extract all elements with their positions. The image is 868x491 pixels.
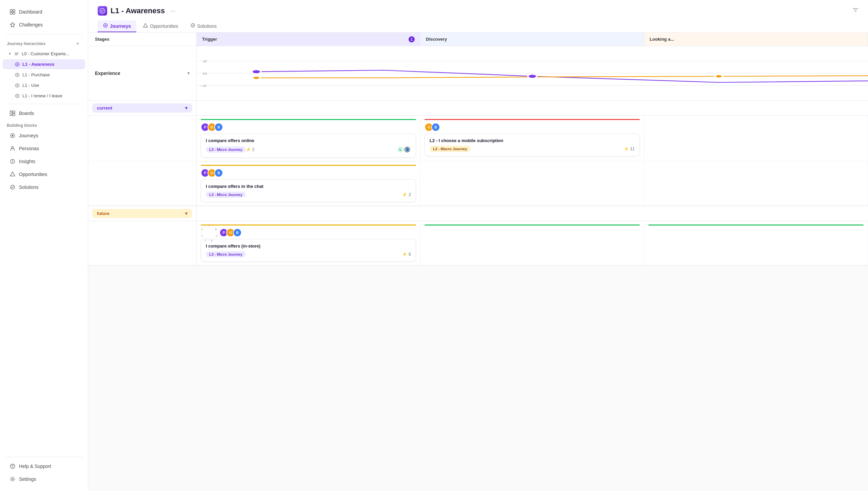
current-state-dropdown[interactable]: current ▾ (92, 103, 192, 113)
row-cells: P O B I compare offers online (197, 116, 868, 161)
tree-item-l1-purchase[interactable]: L1 - Purchase (3, 70, 85, 80)
sidebar-item-personas[interactable]: Personas (3, 142, 85, 155)
bar-yellow (201, 165, 416, 166)
tab-journeys[interactable]: Journeys (98, 20, 136, 32)
tab-solutions[interactable]: Solutions (185, 20, 222, 32)
svg-rect-9 (13, 111, 15, 113)
journey-icon (15, 83, 20, 88)
stages-label: Stages (88, 33, 197, 46)
more-options-button[interactable]: ··· (168, 6, 178, 16)
svg-point-50 (215, 229, 217, 230)
svg-text:0: 0 (203, 71, 207, 75)
card-wrapper: P O B (201, 169, 416, 177)
insights-number: 11 (630, 146, 635, 151)
tree-item-label: L1 - Awareness (22, 62, 55, 67)
journey-card-choose-subscription[interactable]: L2 - I choose a mobile subscription L2 -… (425, 134, 640, 156)
svg-point-43 (202, 169, 204, 171)
tree-item-label: L1 - I renew / I leave (22, 93, 62, 98)
sidebar-item-solutions[interactable]: Solutions (3, 181, 85, 193)
experience-chart: 2 0 -2 (197, 46, 868, 100)
page-title: L1 - Awareness (111, 6, 165, 15)
svg-point-31 (253, 76, 260, 79)
card-title: I compare offers online (206, 138, 411, 143)
svg-point-53 (204, 240, 206, 241)
card-header: L2 - I choose a mobile subscription (430, 138, 635, 143)
insights-count: ⚡ 6 (402, 252, 411, 257)
svg-point-12 (12, 135, 14, 137)
sidebar-item-dashboard[interactable]: Dashboard (3, 6, 85, 18)
chevron-down-icon: ▾ (185, 105, 188, 111)
sidebar-item-label: Insights (19, 159, 35, 164)
tree-item-l1-renew[interactable]: L1 - I renew / I leave (3, 91, 85, 101)
current-section: current ▾ (88, 101, 868, 206)
journey-badge: L3 - Micro Journey (206, 192, 246, 198)
main-content: L1 - Awareness ··· Journeys (88, 0, 868, 491)
tree-item-l0[interactable]: ▼ L0 - Customer Experie... (3, 49, 85, 59)
state-label-cell: future ▾ (88, 206, 197, 221)
insights-number: 2 (409, 192, 411, 197)
journeys-tab-icon (103, 23, 108, 29)
svg-point-5 (17, 74, 18, 76)
trigger-cell: P O B I compare offers (in-store) (197, 221, 420, 265)
journeys-icon (9, 133, 16, 139)
sidebar-item-boards[interactable]: Boards (3, 107, 85, 119)
journey-card-compare-online[interactable]: I compare offers online L3 - Micro Journ… (201, 134, 416, 158)
bar-red (425, 119, 640, 120)
svg-rect-0 (10, 9, 12, 12)
trigger-cell: P O B I compare offers online (197, 116, 420, 161)
avatars-row: P O B (201, 169, 416, 177)
scatter-dots (199, 164, 218, 182)
journey-card-compare-chat[interactable]: I compare offers in the chat L3 - Micro … (201, 179, 416, 202)
journey-icon (15, 73, 20, 77)
stages-header-row: Stages Trigger 1 Discovery Looking a... (88, 33, 868, 46)
row-cells: P O B I compare offers (in-store) (197, 221, 868, 265)
chevron-icon: ▾ (188, 71, 190, 76)
sidebar-item-opportunities[interactable]: Opportunities (3, 168, 85, 180)
current-section-header: current ▾ (88, 101, 868, 116)
discovery-cell (420, 161, 644, 205)
bolt-icon: ⚡ (246, 147, 251, 152)
svg-point-48 (202, 225, 217, 240)
tree-item-l1-awareness[interactable]: L1 - Awareness (3, 59, 85, 69)
add-hierarchy-button[interactable]: + (74, 40, 81, 47)
trigger-cell: P O B I compare offers in the chat (197, 161, 420, 205)
filter-button[interactable] (852, 7, 859, 15)
sidebar-item-help[interactable]: Help & Support (3, 460, 85, 472)
journey-hierarchies-header: Journey hierarchies + (0, 37, 88, 48)
tree-item-label: L1 - Purchase (22, 72, 50, 77)
svg-rect-3 (13, 12, 15, 14)
svg-point-33 (715, 75, 723, 78)
stage-looking-label: Looking a... (650, 37, 674, 42)
svg-point-52 (211, 240, 213, 241)
sidebar-boards-label: Boards (19, 111, 34, 116)
journey-hierarchy-icon (14, 52, 19, 56)
card-wrapper: P O B (201, 123, 416, 132)
stage-trigger-label: Trigger (202, 37, 217, 42)
card-wrapper: P O B (201, 228, 416, 237)
sidebar-item-journeys[interactable]: Journeys (3, 130, 85, 142)
svg-point-13 (12, 146, 14, 149)
boards-icon (9, 110, 16, 116)
journey-row: P O B I compare offers (in-store) (88, 221, 868, 266)
future-state-dropdown[interactable]: future ▾ (92, 209, 192, 218)
svg-point-55 (201, 229, 202, 230)
sidebar-item-settings[interactable]: Settings (3, 473, 85, 485)
sidebar-item-insights[interactable]: Insights (3, 155, 85, 168)
solutions-icon (9, 184, 16, 190)
stage-looking: Looking a... (644, 33, 868, 46)
svg-point-49 (209, 224, 210, 226)
sidebar-item-label: Help & Support (19, 464, 51, 469)
journey-icon (15, 62, 20, 67)
svg-rect-1 (13, 9, 15, 12)
sidebar-item-challenges[interactable]: Challenges (3, 19, 85, 31)
svg-rect-8 (10, 111, 12, 116)
tab-opportunities[interactable]: Opportunities (138, 20, 183, 32)
avatar-group: P O B (219, 228, 242, 237)
tree-item-l1-use[interactable]: L1 - Use (3, 80, 85, 90)
svg-point-40 (429, 121, 430, 122)
svg-rect-2 (10, 12, 12, 14)
page-header: L1 - Awareness ··· Journeys (88, 0, 868, 33)
avatars-row: P O B (219, 228, 416, 237)
avatar: 👤 (403, 146, 411, 153)
journey-card-compare-instore[interactable]: I compare offers (in-store) L3 - Micro J… (201, 239, 416, 262)
